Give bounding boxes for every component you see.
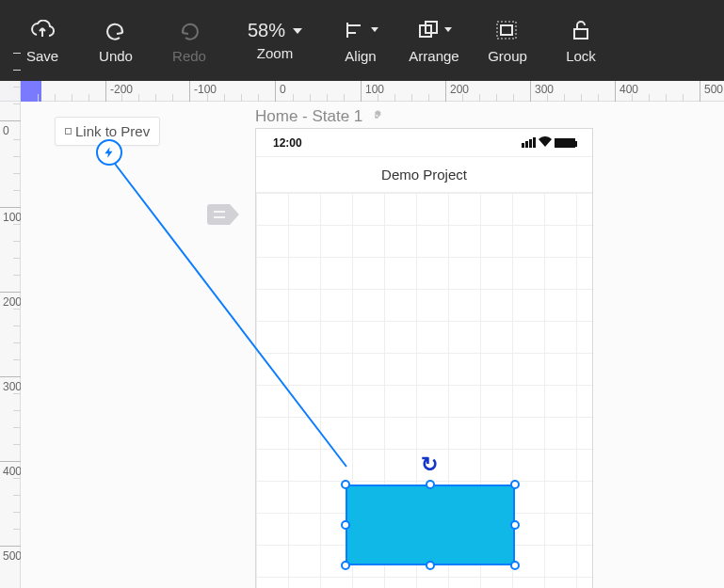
chevron-down-icon [371,27,378,32]
save-label: Save [26,48,58,64]
undo-icon [104,18,128,42]
ruler-vertical[interactable]: 0100200300400500 [0,102,21,588]
resize-handle-sw[interactable] [341,561,350,570]
overflow-tag-icon[interactable] [207,204,239,225]
toolbar: Save Undo Redo 58% Zoom Align Arrange [0,0,724,81]
interaction-badge[interactable] [96,139,122,166]
resize-handle-se[interactable] [510,561,520,570]
arrange-label: Arrange [409,48,459,64]
resize-handle-s[interactable] [426,561,435,570]
undo-button[interactable]: Undo [90,18,141,64]
link-chip-label: Link to Prev [75,123,150,139]
status-bar: 12:00 [256,129,592,157]
resize-handle-ne[interactable] [510,480,520,489]
redo-button[interactable]: Redo [164,18,215,64]
chevron-down-icon [293,28,302,34]
redo-icon [177,18,201,42]
resize-handle-e[interactable] [510,520,520,530]
canvas[interactable]: Home - State 1 Link to Prev 12:00 D [21,102,724,588]
resize-handle-n[interactable] [426,480,435,489]
page-settings-icon[interactable] [368,108,385,125]
zoom-label: Zoom [257,45,293,61]
lightning-icon [103,146,116,159]
svg-rect-3 [501,25,512,35]
group-label: Group [488,48,527,64]
zoom-control[interactable]: 58% Zoom [237,20,313,61]
selected-rectangle[interactable] [346,485,515,565]
page-label[interactable]: Home - State 1 [255,107,385,126]
wifi-icon [539,136,552,149]
undo-label: Undo [99,48,133,64]
arrange-icon [417,18,452,42]
align-button[interactable]: Align [335,18,386,64]
chevron-down-icon [444,27,452,32]
lock-icon [570,18,592,42]
ruler-horizontal[interactable]: -200-1000100200300400500 [21,81,724,102]
ruler-corner [0,81,21,102]
device-body[interactable]: ↻ [256,193,592,588]
link-anchor-icon [65,128,72,135]
resize-handle-nw[interactable] [341,480,350,489]
group-icon [495,18,520,42]
group-button[interactable]: Group [482,18,533,64]
device-frame[interactable]: 12:00 Demo Project ↻ [255,128,593,588]
battery-icon [555,138,575,148]
zoom-value: 58% [248,20,285,41]
signal-icon [522,137,536,148]
save-button[interactable]: Save [17,18,68,64]
lock-button[interactable]: Lock [555,18,606,64]
resize-handle-w[interactable] [341,520,350,530]
app-title: Demo Project [381,167,467,183]
align-label: Align [345,48,376,64]
rotate-handle[interactable]: ↻ [421,453,438,477]
cloud-upload-icon [29,18,56,42]
lock-label: Lock [566,48,596,64]
arrange-button[interactable]: Arrange [409,18,459,64]
app-title-bar: Demo Project [256,157,592,193]
page-label-text: Home - State 1 [255,107,362,126]
svg-rect-4 [574,29,587,39]
status-time: 12:00 [273,136,302,150]
align-icon [344,18,378,42]
redo-label: Redo [172,48,206,64]
